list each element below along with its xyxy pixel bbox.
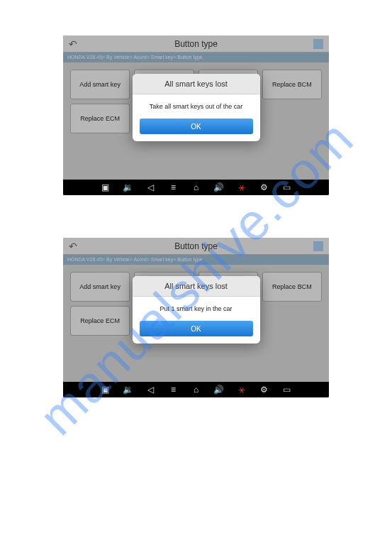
app-area: ↶ Button type HONDA V28.45> By Vehicle> … — [63, 35, 329, 180]
volume-up-icon[interactable]: 🔊 — [213, 384, 225, 395]
ok-button[interactable]: OK — [140, 321, 253, 336]
camera-icon[interactable]: ▭ — [281, 384, 293, 395]
dialog-footer: OK — [133, 321, 260, 344]
modal-overlay: All smart keys lost Take all smart keys … — [63, 35, 329, 180]
dialog: All smart keys lost Put 1 smart key in t… — [133, 276, 260, 344]
dialog-message: Put 1 smart key in the car — [133, 297, 260, 321]
bluetooth-icon[interactable]: ⚹ — [236, 182, 247, 193]
car-icon[interactable]: ⚙ — [259, 384, 270, 395]
volume-up-icon[interactable]: 🔊 — [213, 182, 225, 193]
android-navbar: ▣ 🔉 ◁ ≡ ⌂ 🔊 ⚹ ⚙ ▭ — [63, 382, 329, 397]
home-icon[interactable]: ⌂ — [191, 182, 202, 193]
dialog-title: All smart keys lost — [133, 74, 260, 94]
gallery-icon[interactable]: ▣ — [100, 384, 111, 395]
dialog-title: All smart keys lost — [133, 276, 260, 297]
gallery-icon[interactable]: ▣ — [100, 182, 111, 193]
app-area: ↶ Button type HONDA V28.45> By Vehicle> … — [63, 238, 329, 382]
menu-icon[interactable]: ≡ — [168, 182, 179, 193]
android-navbar: ▣ 🔉 ◁ ≡ ⌂ 🔊 ⚹ ⚙ ▭ — [63, 180, 329, 195]
dialog-footer: OK — [133, 119, 260, 141]
bluetooth-icon[interactable]: ⚹ — [236, 384, 247, 395]
back-nav-icon[interactable]: ◁ — [145, 182, 157, 193]
modal-overlay: All smart keys lost Put 1 smart key in t… — [63, 238, 329, 382]
car-icon[interactable]: ⚙ — [259, 182, 270, 193]
volume-down-icon[interactable]: 🔉 — [123, 182, 134, 193]
volume-down-icon[interactable]: 🔉 — [123, 384, 134, 395]
screenshot-2: ↶ Button type HONDA V28.45> By Vehicle> … — [63, 238, 329, 397]
ok-button[interactable]: OK — [140, 119, 253, 134]
back-nav-icon[interactable]: ◁ — [145, 384, 157, 395]
camera-icon[interactable]: ▭ — [281, 182, 293, 193]
home-icon[interactable]: ⌂ — [191, 384, 202, 395]
menu-icon[interactable]: ≡ — [168, 384, 179, 395]
screenshot-1: ↶ Button type HONDA V28.45> By Vehicle> … — [63, 35, 329, 195]
dialog-message: Take all smart keys out of the car — [133, 94, 260, 119]
dialog: All smart keys lost Take all smart keys … — [133, 74, 260, 141]
